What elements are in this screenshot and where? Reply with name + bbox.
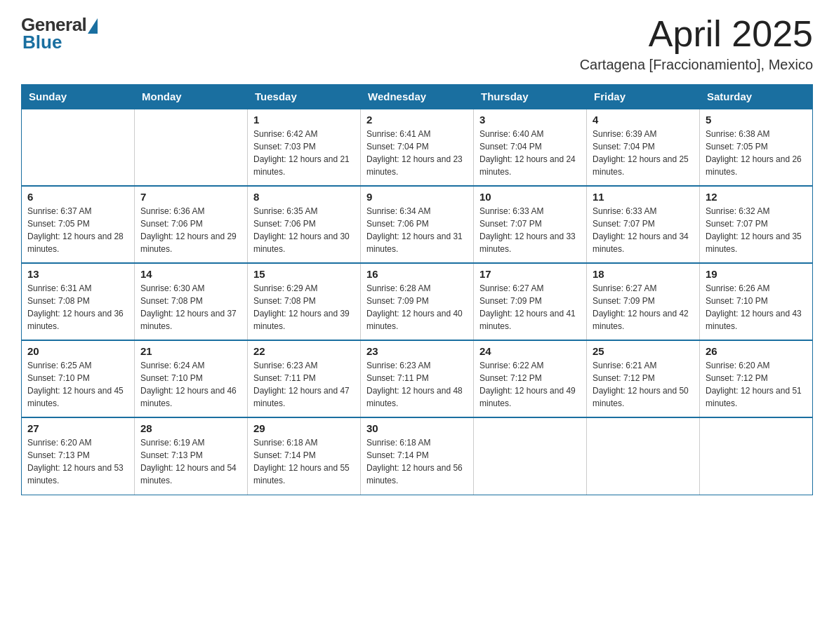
column-header-tuesday: Tuesday bbox=[248, 85, 361, 109]
day-info: Sunrise: 6:39 AMSunset: 7:04 PMDaylight:… bbox=[593, 128, 694, 178]
calendar-cell: 15Sunrise: 6:29 AMSunset: 7:08 PMDayligh… bbox=[248, 263, 361, 340]
calendar-cell: 17Sunrise: 6:27 AMSunset: 7:09 PMDayligh… bbox=[474, 263, 587, 340]
day-number: 2 bbox=[366, 114, 468, 126]
calendar-week-row: 20Sunrise: 6:25 AMSunset: 7:10 PMDayligh… bbox=[22, 340, 813, 417]
calendar-week-row: 6Sunrise: 6:37 AMSunset: 7:05 PMDaylight… bbox=[22, 186, 813, 263]
calendar-cell: 8Sunrise: 6:35 AMSunset: 7:06 PMDaylight… bbox=[248, 186, 361, 263]
calendar-cell bbox=[135, 109, 248, 186]
day-number: 28 bbox=[140, 422, 241, 434]
day-number: 17 bbox=[479, 268, 581, 280]
logo: General Blue bbox=[21, 14, 98, 53]
column-header-saturday: Saturday bbox=[700, 85, 813, 109]
day-info: Sunrise: 6:32 AMSunset: 7:07 PMDaylight:… bbox=[706, 205, 807, 255]
calendar-week-row: 1Sunrise: 6:42 AMSunset: 7:03 PMDaylight… bbox=[22, 109, 813, 186]
location-subtitle: Cartagena [Fraccionamiento], Mexico bbox=[580, 57, 813, 73]
day-info: Sunrise: 6:41 AMSunset: 7:04 PMDaylight:… bbox=[366, 128, 468, 178]
day-number: 21 bbox=[140, 345, 241, 357]
calendar-week-row: 27Sunrise: 6:20 AMSunset: 7:13 PMDayligh… bbox=[22, 417, 813, 495]
calendar-cell: 16Sunrise: 6:28 AMSunset: 7:09 PMDayligh… bbox=[361, 263, 474, 340]
calendar-cell: 29Sunrise: 6:18 AMSunset: 7:14 PMDayligh… bbox=[248, 417, 361, 495]
day-info: Sunrise: 6:42 AMSunset: 7:03 PMDaylight:… bbox=[253, 128, 355, 178]
calendar-cell: 5Sunrise: 6:38 AMSunset: 7:05 PMDaylight… bbox=[700, 109, 813, 186]
day-number: 12 bbox=[706, 191, 807, 203]
calendar-cell: 12Sunrise: 6:32 AMSunset: 7:07 PMDayligh… bbox=[700, 186, 813, 263]
day-info: Sunrise: 6:30 AMSunset: 7:08 PMDaylight:… bbox=[140, 282, 241, 333]
calendar-week-row: 13Sunrise: 6:31 AMSunset: 7:08 PMDayligh… bbox=[22, 263, 813, 340]
calendar-cell: 1Sunrise: 6:42 AMSunset: 7:03 PMDaylight… bbox=[248, 109, 361, 186]
day-info: Sunrise: 6:35 AMSunset: 7:06 PMDaylight:… bbox=[253, 205, 355, 255]
day-info: Sunrise: 6:33 AMSunset: 7:07 PMDaylight:… bbox=[479, 205, 581, 255]
calendar-cell: 10Sunrise: 6:33 AMSunset: 7:07 PMDayligh… bbox=[474, 186, 587, 263]
calendar-cell: 20Sunrise: 6:25 AMSunset: 7:10 PMDayligh… bbox=[22, 340, 135, 417]
day-info: Sunrise: 6:18 AMSunset: 7:14 PMDaylight:… bbox=[253, 436, 355, 487]
calendar-cell: 13Sunrise: 6:31 AMSunset: 7:08 PMDayligh… bbox=[22, 263, 135, 340]
day-info: Sunrise: 6:24 AMSunset: 7:10 PMDaylight:… bbox=[140, 359, 241, 410]
column-header-friday: Friday bbox=[587, 85, 700, 109]
day-info: Sunrise: 6:27 AMSunset: 7:09 PMDaylight:… bbox=[593, 282, 694, 333]
day-info: Sunrise: 6:23 AMSunset: 7:11 PMDaylight:… bbox=[253, 359, 355, 410]
day-number: 26 bbox=[706, 345, 807, 357]
calendar-table: SundayMondayTuesdayWednesdayThursdayFrid… bbox=[21, 84, 813, 495]
calendar-cell bbox=[22, 109, 135, 186]
day-info: Sunrise: 6:36 AMSunset: 7:06 PMDaylight:… bbox=[140, 205, 241, 255]
day-info: Sunrise: 6:22 AMSunset: 7:12 PMDaylight:… bbox=[479, 359, 581, 410]
calendar-cell: 7Sunrise: 6:36 AMSunset: 7:06 PMDaylight… bbox=[135, 186, 248, 263]
calendar-cell: 21Sunrise: 6:24 AMSunset: 7:10 PMDayligh… bbox=[135, 340, 248, 417]
day-info: Sunrise: 6:19 AMSunset: 7:13 PMDaylight:… bbox=[140, 436, 241, 487]
day-info: Sunrise: 6:20 AMSunset: 7:12 PMDaylight:… bbox=[706, 359, 807, 410]
day-number: 14 bbox=[140, 268, 241, 280]
calendar-cell: 6Sunrise: 6:37 AMSunset: 7:05 PMDaylight… bbox=[22, 186, 135, 263]
day-number: 29 bbox=[253, 422, 355, 434]
calendar-cell: 24Sunrise: 6:22 AMSunset: 7:12 PMDayligh… bbox=[474, 340, 587, 417]
day-number: 30 bbox=[366, 422, 468, 434]
day-number: 23 bbox=[366, 345, 468, 357]
calendar-cell: 22Sunrise: 6:23 AMSunset: 7:11 PMDayligh… bbox=[248, 340, 361, 417]
day-info: Sunrise: 6:38 AMSunset: 7:05 PMDaylight:… bbox=[706, 128, 807, 178]
calendar-cell bbox=[587, 417, 700, 495]
day-number: 1 bbox=[253, 114, 355, 126]
calendar-cell: 11Sunrise: 6:33 AMSunset: 7:07 PMDayligh… bbox=[587, 186, 700, 263]
page-header: General Blue April 2025 Cartagena [Fracc… bbox=[21, 14, 813, 73]
column-header-sunday: Sunday bbox=[22, 85, 135, 109]
day-info: Sunrise: 6:18 AMSunset: 7:14 PMDaylight:… bbox=[366, 436, 468, 487]
day-number: 25 bbox=[593, 345, 694, 357]
column-header-wednesday: Wednesday bbox=[361, 85, 474, 109]
calendar-cell: 18Sunrise: 6:27 AMSunset: 7:09 PMDayligh… bbox=[587, 263, 700, 340]
calendar-cell bbox=[474, 417, 587, 495]
day-number: 11 bbox=[593, 191, 694, 203]
day-info: Sunrise: 6:20 AMSunset: 7:13 PMDaylight:… bbox=[27, 436, 128, 487]
day-number: 19 bbox=[706, 268, 807, 280]
day-info: Sunrise: 6:26 AMSunset: 7:10 PMDaylight:… bbox=[706, 282, 807, 333]
day-info: Sunrise: 6:33 AMSunset: 7:07 PMDaylight:… bbox=[593, 205, 694, 255]
calendar-cell: 26Sunrise: 6:20 AMSunset: 7:12 PMDayligh… bbox=[700, 340, 813, 417]
day-number: 7 bbox=[140, 191, 241, 203]
day-info: Sunrise: 6:27 AMSunset: 7:09 PMDaylight:… bbox=[479, 282, 581, 333]
day-info: Sunrise: 6:25 AMSunset: 7:10 PMDaylight:… bbox=[27, 359, 128, 410]
day-number: 16 bbox=[366, 268, 468, 280]
calendar-cell: 27Sunrise: 6:20 AMSunset: 7:13 PMDayligh… bbox=[22, 417, 135, 495]
day-number: 27 bbox=[27, 422, 128, 434]
column-header-monday: Monday bbox=[135, 85, 248, 109]
day-number: 15 bbox=[253, 268, 355, 280]
day-info: Sunrise: 6:34 AMSunset: 7:06 PMDaylight:… bbox=[366, 205, 468, 255]
day-number: 24 bbox=[479, 345, 581, 357]
column-header-thursday: Thursday bbox=[474, 85, 587, 109]
calendar-cell: 4Sunrise: 6:39 AMSunset: 7:04 PMDaylight… bbox=[587, 109, 700, 186]
day-info: Sunrise: 6:29 AMSunset: 7:08 PMDaylight:… bbox=[253, 282, 355, 333]
day-number: 8 bbox=[253, 191, 355, 203]
title-block: April 2025 Cartagena [Fraccionamiento], … bbox=[580, 14, 813, 73]
day-info: Sunrise: 6:31 AMSunset: 7:08 PMDaylight:… bbox=[27, 282, 128, 333]
day-number: 5 bbox=[706, 114, 807, 126]
calendar-cell: 14Sunrise: 6:30 AMSunset: 7:08 PMDayligh… bbox=[135, 263, 248, 340]
logo-blue-text: Blue bbox=[22, 32, 62, 53]
calendar-cell: 25Sunrise: 6:21 AMSunset: 7:12 PMDayligh… bbox=[587, 340, 700, 417]
day-number: 13 bbox=[27, 268, 128, 280]
day-number: 3 bbox=[479, 114, 581, 126]
calendar-cell: 30Sunrise: 6:18 AMSunset: 7:14 PMDayligh… bbox=[361, 417, 474, 495]
calendar-cell: 28Sunrise: 6:19 AMSunset: 7:13 PMDayligh… bbox=[135, 417, 248, 495]
calendar-cell: 3Sunrise: 6:40 AMSunset: 7:04 PMDaylight… bbox=[474, 109, 587, 186]
day-number: 18 bbox=[593, 268, 694, 280]
day-number: 6 bbox=[27, 191, 128, 203]
calendar-cell: 19Sunrise: 6:26 AMSunset: 7:10 PMDayligh… bbox=[700, 263, 813, 340]
calendar-cell bbox=[700, 417, 813, 495]
